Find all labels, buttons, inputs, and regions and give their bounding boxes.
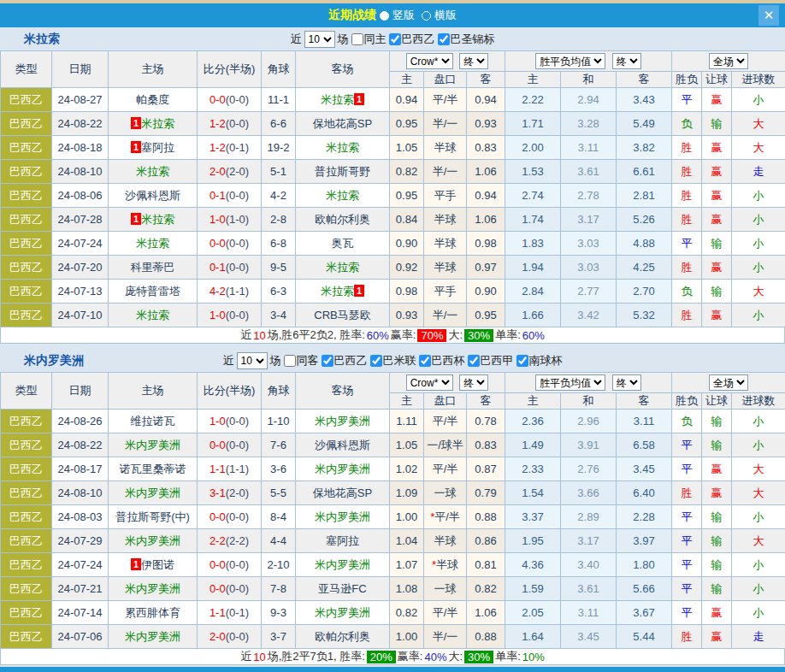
odds-time-select[interactable]: 终 [459, 374, 488, 391]
profit-rate-value: 70% [417, 329, 446, 342]
corners-cell: 6-3 [262, 280, 296, 304]
close-button[interactable]: ✕ [758, 5, 779, 26]
same-venue-filter[interactable]: 同主 [351, 32, 387, 47]
avg-time-select[interactable]: 终 [612, 374, 641, 391]
near-label: 近 [291, 32, 302, 47]
matches-count-select[interactable]: 10 [304, 31, 335, 48]
half-time-score: (0-0) [226, 117, 249, 130]
same-venue-checkbox[interactable] [351, 33, 363, 45]
goals-cell: 大 [732, 136, 785, 160]
team-name: 累西腓体育 [125, 606, 180, 619]
same-venue-checkbox[interactable] [284, 355, 296, 367]
league-filter[interactable]: 巴西乙 [389, 32, 435, 47]
odds-time-select[interactable]: 终 [459, 53, 488, 69]
avg-type-select[interactable]: 胜平负均值 [535, 53, 605, 69]
bottom-bar [0, 667, 785, 672]
odds-away-cell: 0.90 [467, 280, 505, 304]
result-cell: 胜 [672, 160, 702, 184]
league-filter[interactable]: 巴米联 [370, 353, 416, 368]
result-cell: 胜 [672, 481, 702, 505]
same-venue-filter[interactable]: 同客 [284, 353, 319, 368]
scope-select[interactable]: 全场 [709, 374, 748, 391]
date-cell: 24-08-10 [52, 160, 109, 184]
corners-cell: 9-5 [262, 256, 296, 280]
team-name: 米拉索 [326, 141, 359, 154]
league-checkbox[interactable] [438, 33, 450, 45]
avg-draw-cell: 3.17 [561, 208, 617, 232]
summary-text: 近 [240, 649, 251, 664]
league-filter[interactable]: 巴西杯 [419, 353, 465, 368]
league-label: 巴西杯 [432, 353, 465, 368]
avg-home-cell: 2.22 [505, 88, 561, 112]
league-checkbox[interactable] [370, 355, 382, 367]
avg-draw-cell: 2.89 [561, 505, 617, 529]
corners-cell: 5-1 [262, 160, 296, 184]
odds-home-cell: 0.95 [390, 112, 424, 136]
full-time-score: 0-1 [210, 189, 226, 202]
date-cell: 24-07-24 [52, 553, 109, 577]
result-cell: 胜 [672, 256, 702, 280]
bookmaker-select[interactable]: Crow* [406, 53, 453, 69]
handicap-result-cell: 输 [702, 410, 732, 433]
sub-col-away-odds: 客 [467, 72, 505, 88]
avg-home-cell: 1.64 [505, 625, 561, 649]
league-checkbox[interactable] [322, 355, 333, 367]
table-row: 巴西乙24-07-10米拉索1-0(0-0)3-4CRB马瑟欧0.93半/一0.… [1, 304, 785, 327]
avg-away-cell: 3.45 [617, 457, 672, 481]
avg-type-select[interactable]: 胜平负均值 [535, 374, 605, 391]
away-team-cell: 米拉索 [296, 184, 390, 208]
table-row: 巴西乙24-08-10米内罗美洲3-1(2-0)5-5保地花高SP1.09一球0… [1, 481, 785, 505]
league-checkbox[interactable] [419, 355, 431, 367]
score-cell: 3-1(2-0) [198, 481, 262, 505]
avg-header: 胜平负均值 终 [505, 51, 672, 72]
avg-away-cell: 3.97 [617, 529, 672, 553]
avg-away-cell: 1.80 [617, 553, 672, 577]
odds-header: Crow* 终 [390, 51, 505, 72]
odds-home-cell: 1.09 [390, 481, 424, 505]
league-label: 巴西甲 [481, 353, 514, 368]
avg-home-cell: 1.83 [505, 232, 561, 256]
odds-away-cell: 0.79 [467, 481, 505, 505]
away-team-cell: 米内罗美洲 [296, 457, 390, 481]
vertical-layout-radio[interactable] [380, 11, 389, 21]
home-team-cell: 沙佩科恩斯 [109, 184, 198, 208]
away-team-cell: 奥瓦 [296, 232, 390, 256]
league-checkbox[interactable] [516, 355, 528, 367]
result-cell: 平 [672, 433, 702, 457]
league-checkbox[interactable] [389, 33, 401, 45]
score-cell: 0-0(0-0) [198, 553, 262, 577]
handicap-cell: 平手 [424, 184, 467, 208]
league-filter[interactable]: 巴圣锦标 [438, 32, 495, 47]
result-cell: 胜 [672, 208, 702, 232]
league-checkbox[interactable] [468, 355, 480, 367]
goals-cell: 走 [732, 625, 785, 649]
home-team-cell: 1塞阿拉 [109, 136, 198, 160]
avg-draw-cell: 3.91 [561, 433, 617, 457]
half-time-score: (0-0) [226, 582, 249, 595]
bookmaker-select[interactable]: Crow* [406, 374, 453, 391]
scope-select[interactable]: 全场 [709, 53, 748, 69]
home-team-cell: 米内罗美洲 [109, 481, 198, 505]
single-rate-label: 单率: [495, 327, 521, 343]
league-filter[interactable]: 巴西甲 [468, 353, 514, 368]
avg-time-select[interactable]: 终 [612, 53, 641, 69]
vertical-layout-label[interactable]: 竖版 [392, 8, 415, 23]
odds-away-cell: 0.94 [467, 184, 505, 208]
team-name: 米内罗美洲 [315, 606, 370, 619]
single-rate-label: 单率: [495, 649, 521, 664]
section-header-america-mg: 米内罗美洲 近 10 场 同客 巴西乙巴米联巴西杯巴西甲南球杯 [0, 349, 785, 372]
league-filter[interactable]: 巴西乙 [322, 353, 368, 368]
sub-col-handicap-result: 让球 [702, 72, 732, 88]
league-filter[interactable]: 南球杯 [516, 353, 563, 368]
goals-cell: 小 [732, 553, 785, 577]
team-name: 奥瓦 [332, 237, 354, 250]
score-cell: 1-0(0-0) [198, 304, 262, 327]
horizontal-layout-radio[interactable] [422, 11, 431, 21]
horizontal-layout-label[interactable]: 横版 [434, 8, 457, 23]
league-label: 巴圣锦标 [451, 32, 495, 47]
red-card-badge: 1 [354, 285, 364, 297]
team-name[interactable]: 米内罗美洲 [24, 353, 84, 368]
matches-count-select[interactable]: 10 [237, 352, 268, 369]
team-name[interactable]: 米拉索 [24, 32, 60, 47]
corners-cell: 3-4 [262, 304, 296, 327]
